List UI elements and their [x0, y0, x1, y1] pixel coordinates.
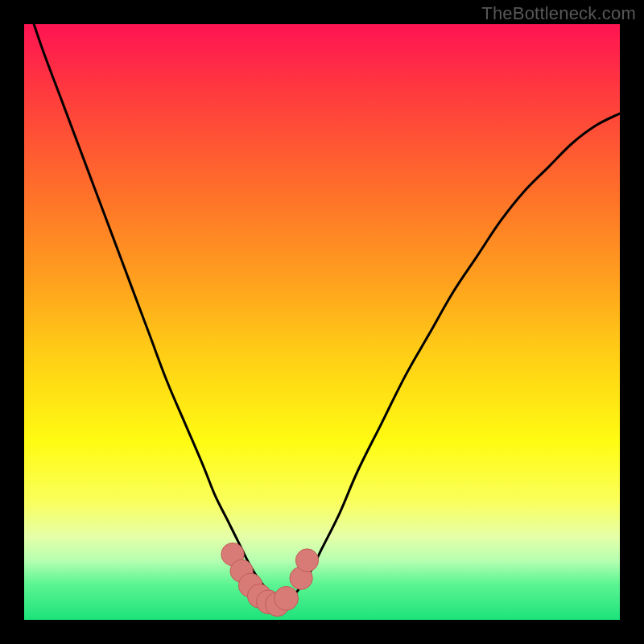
watermark-text: TheBottleneck.com [481, 3, 636, 24]
chart-frame: TheBottleneck.com [0, 0, 644, 644]
curve-marker [275, 586, 299, 610]
bottleneck-plot [24, 24, 620, 620]
gradient-background [24, 24, 620, 620]
curve-marker [295, 549, 318, 572]
